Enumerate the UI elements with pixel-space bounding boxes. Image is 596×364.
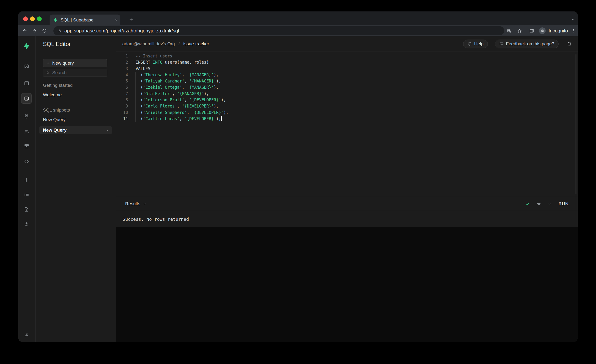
line-number: 8 <box>116 97 128 103</box>
rail-item-database[interactable] <box>21 111 32 121</box>
edge-functions-icon <box>24 159 29 164</box>
line-number: 5 <box>116 78 128 84</box>
rail-item-settings[interactable] <box>21 219 32 229</box>
new-tab-icon[interactable] <box>129 17 134 22</box>
incognito-label: Incognito <box>549 28 568 34</box>
code-line: 7 ('Gia Keller', '{MANAGER}'), <box>116 91 578 97</box>
line-number: 9 <box>116 103 128 109</box>
editor-scrollbar[interactable] <box>575 54 576 194</box>
run-button[interactable]: RUN <box>559 201 569 207</box>
line-number: 4 <box>116 72 128 78</box>
breadcrumb-org[interactable]: adam@windmill.dev's Org <box>122 41 175 46</box>
supabase-logo-icon[interactable] <box>23 42 30 50</box>
favorite-heart-icon[interactable] <box>537 202 541 206</box>
help-button[interactable]: Help <box>463 40 488 48</box>
results-dropdown[interactable]: Results <box>125 201 147 207</box>
tab-strip: SQL | Supabase <box>18 11 578 25</box>
chevron-down-icon <box>143 202 147 206</box>
code-line: 3VALUES <box>116 66 578 72</box>
rail-item-table-editor[interactable] <box>21 78 32 89</box>
lock-icon[interactable] <box>58 29 61 33</box>
back-icon[interactable] <box>22 28 27 33</box>
breadcrumb-separator: / <box>178 41 179 46</box>
docs-icon <box>24 207 29 212</box>
incognito-badge[interactable]: Incognito <box>539 27 568 34</box>
url-text: app.supabase.com/project/azahtnhqohyjerz… <box>64 28 179 34</box>
line-number: 7 <box>116 91 128 97</box>
breadcrumb-project[interactable]: issue-tracker <box>183 41 209 46</box>
code-line: 4 ('Theresa Hurley', '{MANAGER}'), <box>116 72 578 78</box>
database-icon <box>24 113 29 119</box>
sidebar-section-label: Getting started <box>39 82 112 89</box>
line-number: 3 <box>116 66 128 72</box>
rail-item-auth[interactable] <box>21 126 32 137</box>
sidebar-item-label: New Query <box>43 127 67 133</box>
bookmark-star-icon[interactable] <box>517 28 522 33</box>
chevron-down-icon[interactable] <box>105 128 109 132</box>
rail-item-storage[interactable] <box>21 141 32 151</box>
code-line: 9 ('Carlo Flores', '{DEVELOPER}'), <box>116 103 578 109</box>
notifications-bell-icon[interactable] <box>567 41 572 46</box>
code-line: 2INSERT INTO users(name, roles) <box>116 59 578 65</box>
rail-item-edge-functions[interactable] <box>21 156 32 167</box>
desktop-background: SQL | Supabase app.supabase.com/project/… <box>0 0 596 364</box>
code-line: 1-- Insert users <box>116 53 578 59</box>
new-query-label: New query <box>52 60 74 66</box>
help-label: Help <box>474 41 484 46</box>
incognito-icon <box>540 29 544 33</box>
window-close-button[interactable] <box>23 16 28 21</box>
sidebar-item-welcome[interactable]: Welcome <box>39 91 112 99</box>
rail-item-logs[interactable] <box>21 189 32 200</box>
sidebar-item-label: Welcome <box>43 92 62 97</box>
reload-icon[interactable] <box>42 28 47 33</box>
rail-item-home[interactable] <box>21 60 32 71</box>
side-panel-icon[interactable] <box>529 28 534 33</box>
search-placeholder: Search <box>52 70 67 75</box>
plus-icon <box>46 61 50 65</box>
search-input[interactable]: Search <box>43 69 107 77</box>
window-zoom-button[interactable] <box>37 16 42 21</box>
chat-bubble-icon <box>499 42 504 46</box>
help-circle-icon <box>468 42 472 46</box>
nav-rail <box>18 36 36 342</box>
results-empty-area <box>116 227 578 342</box>
feedback-label: Feedback on this page? <box>506 41 554 46</box>
sql-code-editor[interactable]: 1-- Insert users2INSERT INTO users(name,… <box>116 52 578 197</box>
save-options-chevron-icon[interactable] <box>548 202 552 206</box>
forward-icon[interactable] <box>32 28 37 33</box>
rail-item-account[interactable] <box>21 329 32 340</box>
indent-guide <box>135 72 136 122</box>
address-bar[interactable]: app.supabase.com/project/azahtnhqohyjerz… <box>53 26 504 35</box>
page-title: SQL Editor <box>43 41 71 47</box>
browser-menu-icon[interactable] <box>571 28 576 33</box>
rail-item-sql-editor[interactable] <box>21 93 32 104</box>
sidebar-section-label: SQL snippets <box>39 107 112 113</box>
code-line: 11 ('Caitlin Lucas', '{DEVELOPER}'); <box>116 116 578 122</box>
browser-tab[interactable]: SQL | Supabase <box>50 15 120 25</box>
sidebar-item-new-query[interactable]: New Query <box>39 116 112 124</box>
reports-icon <box>24 177 29 182</box>
feedback-button[interactable]: Feedback on this page? <box>495 40 559 48</box>
line-number: 11 <box>116 116 128 122</box>
rail-item-docs[interactable] <box>21 204 32 215</box>
sql-editor-icon <box>24 96 29 101</box>
rail-item-reports[interactable] <box>21 174 32 185</box>
new-query-button[interactable]: New query <box>43 59 107 67</box>
close-tab-icon[interactable] <box>114 18 118 22</box>
auth-icon <box>24 129 29 134</box>
line-number: 1 <box>116 53 128 59</box>
tab-title: SQL | Supabase <box>60 17 111 23</box>
code-line: 8 ('Jefferson Pratt', '{DEVELOPER}'), <box>116 97 578 103</box>
table-editor-icon <box>24 81 29 86</box>
home-icon <box>24 63 29 68</box>
browser-window: SQL | Supabase app.supabase.com/project/… <box>18 11 578 342</box>
sidebar-item-new-query[interactable]: New Query <box>39 126 112 134</box>
eye-off-icon[interactable] <box>507 28 512 33</box>
search-icon <box>46 71 50 74</box>
logs-icon <box>24 192 29 197</box>
success-check-icon <box>525 201 530 207</box>
main-panel: adam@windmill.dev's Org / issue-tracker … <box>116 36 578 342</box>
tab-search-icon[interactable] <box>571 17 575 21</box>
window-minimize-button[interactable] <box>30 16 35 21</box>
account-icon <box>24 332 29 338</box>
